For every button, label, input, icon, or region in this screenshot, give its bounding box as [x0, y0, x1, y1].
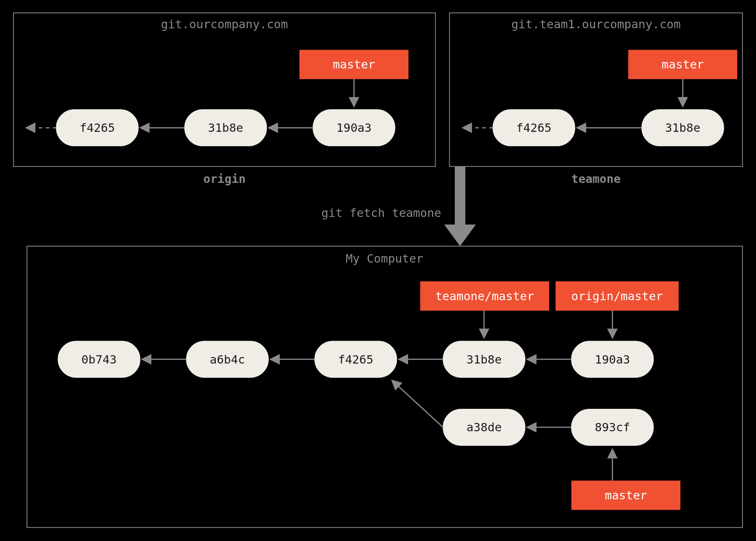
local-fork-commit-1: 893cf [571, 409, 654, 445]
teamone-branch-master: master [628, 50, 737, 79]
svg-text:893cf: 893cf [595, 420, 630, 434]
remote-teamone-panel: git.team1.ourcompany.com teamone master … [449, 13, 742, 186]
svg-text:31b8e: 31b8e [665, 121, 700, 135]
svg-text:0b743: 0b743 [81, 353, 117, 366]
teamone-commit-1: 31b8e [642, 110, 724, 146]
svg-text:f4265: f4265 [516, 121, 551, 135]
svg-marker-23 [444, 225, 476, 246]
svg-text:31b8e: 31b8e [466, 353, 501, 366]
local-commit-3: 31b8e [443, 341, 525, 377]
svg-text:190a3: 190a3 [595, 353, 630, 366]
origin-branch-master: master [299, 50, 408, 79]
svg-text:31b8e: 31b8e [208, 121, 243, 135]
svg-text:master: master [662, 58, 704, 71]
local-branch-teamone-master: teamone/master [420, 281, 549, 311]
local-commit-4: 190a3 [571, 341, 654, 377]
remote-teamone-name: teamone [571, 172, 621, 186]
origin-commit-1: 31b8e [185, 110, 267, 146]
origin-commit-2: 190a3 [313, 110, 395, 146]
remote-origin-panel: git.ourcompany.com origin master f4265 3… [13, 13, 435, 186]
svg-text:master: master [605, 488, 647, 502]
local-fork-commit-0: a38de [443, 409, 525, 445]
svg-text:teamone/master: teamone/master [435, 289, 534, 303]
svg-text:master: master [333, 58, 375, 71]
fetch-action: git fetch teamone [322, 167, 476, 246]
svg-text:f4265: f4265 [338, 353, 373, 366]
local-panel: My Computer teamone/master origin/master… [27, 246, 742, 528]
local-commit-0: 0b743 [58, 341, 140, 377]
remote-origin-name: origin [203, 172, 245, 186]
local-commit-2: f4265 [315, 341, 397, 377]
git-diagram: git.ourcompany.com origin master f4265 3… [0, 0, 756, 541]
local-title: My Computer [346, 252, 423, 265]
remote-teamone-url: git.team1.ourcompany.com [511, 17, 681, 31]
svg-text:a38de: a38de [466, 420, 501, 434]
local-commit-1: a6b4c [186, 341, 269, 377]
svg-text:f4265: f4265 [80, 121, 115, 135]
teamone-commit-0: f4265 [493, 110, 575, 146]
local-branch-origin-master: origin/master [555, 281, 679, 311]
svg-text:git fetch teamone: git fetch teamone [322, 206, 441, 220]
origin-commit-0: f4265 [56, 110, 138, 146]
svg-line-50 [392, 381, 443, 427]
remote-origin-url: git.ourcompany.com [161, 17, 288, 31]
local-branch-master: master [571, 481, 680, 510]
svg-text:origin/master: origin/master [571, 289, 663, 303]
svg-text:a6b4c: a6b4c [210, 353, 245, 366]
svg-text:190a3: 190a3 [336, 121, 371, 135]
